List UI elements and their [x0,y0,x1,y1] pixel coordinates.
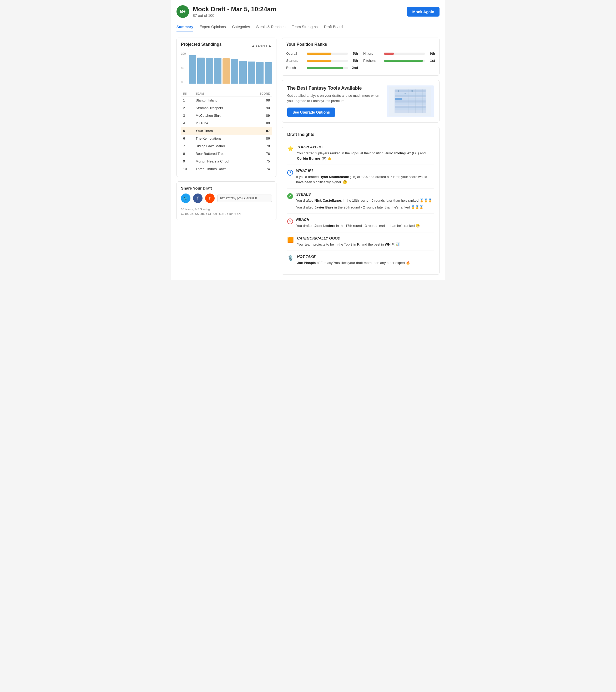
chart-y-labels: 100 50 0 [181,52,186,84]
upgrade-button[interactable]: See Upgrade Options [287,108,335,117]
rank-value: 1st [427,59,435,63]
rank-row-hitters: Hitters 9th [363,50,435,57]
svg-rect-4 [395,95,426,97]
rank-bar [307,67,343,69]
chart-header: Projected Standings ◄ Overall ► [181,42,272,50]
rank-value: 9th [427,51,435,56]
rank-bar-container [307,67,348,69]
insight-icon: 🎙️ [287,255,294,261]
score-cell: 87 [250,127,272,135]
chart-bar-6 [231,59,238,84]
team-name-cell: The Kemptations [194,135,250,142]
svg-point-16 [405,93,406,94]
insight-item-2: ✓ STEALS You drafted Nick Castellanos in… [287,189,434,214]
insight-item-1: ? WHAT IF? If you'd drafted Ryan Mountca… [287,165,434,189]
rank-bar [384,52,394,55]
rank-label: Starters [286,59,304,63]
col-rank: RK [181,91,194,96]
insight-text: Joe Pisapia of FantasyPros likes your dr… [297,260,434,265]
insight-icon-container: ? [287,169,293,185]
score-cell: 86 [250,135,272,142]
ranks-left-col: Overall 5th Starters 5th Bench 2nd [286,50,358,71]
insight-body: WHAT IF? If you'd drafted Ryan Mountcast… [296,169,434,185]
table-row: 6 The Kemptations 86 [181,135,272,142]
insight-icon: ✓ [287,193,293,199]
share-draft-card: Share Your Draft 🐦 f r 10 teams, 5x5 Sco… [176,181,276,220]
page-title: Mock Draft - Mar 5, 10:24am [193,5,276,13]
twitter-share-button[interactable]: 🐦 [181,194,190,203]
rank-cell: 2 [181,104,194,112]
insight-item-5: 🎙️ HOT TAKE Joe Pisapia of FantasyPros l… [287,251,434,269]
facebook-share-button[interactable]: f [193,194,203,203]
table-row: 7 Riding Lawn Mauer 78 [181,142,272,150]
header-left: B+ Mock Draft - Mar 5, 10:24am 87 out of… [176,5,276,18]
col-team: TEAM [194,91,250,96]
chart-bar-2 [197,58,205,84]
team-name-cell: Yu Tube [194,120,250,127]
team-name-cell: Stanton Island [194,96,250,104]
team-name-cell: McCutchen Sink [194,112,250,120]
mock-again-button[interactable]: Mock Again [407,7,440,17]
share-title: Share Your Draft [181,186,272,190]
insight-icon-container: ✕ [287,218,293,229]
score-cell: 74 [250,165,272,173]
table-row: 1 Stanton Island 98 [181,96,272,104]
score-cell: 89 [250,120,272,127]
insight-text: You drafted Jose Leclerc in the 17th rou… [296,223,434,229]
main-nav: Summary Expert Opinions Categories Steal… [176,22,440,33]
nav-item-team-strengths[interactable]: Team Strengths [292,22,317,33]
nav-item-expert-opinions[interactable]: Expert Opinions [200,22,226,33]
rank-value: 5th [350,51,358,56]
svg-rect-2 [395,90,426,92]
chart-area: 100 50 0 [181,52,272,89]
reddit-share-button[interactable]: r [205,194,215,203]
insight-icon-container: ✓ [287,193,293,210]
score-cell: 89 [250,112,272,120]
insights-list: ⭐ TOP PLAYERS You drafted 2 players rank… [287,141,434,269]
svg-rect-9 [395,108,426,110]
chart-nav-label: Overall [256,44,267,48]
rank-row-bench: Bench 2nd [286,64,358,71]
nav-item-draft-board[interactable]: Draft Board [324,22,343,33]
nav-item-summary[interactable]: Summary [176,22,193,33]
svg-rect-14 [395,98,402,100]
position-ranks-title: Your Position Ranks [286,42,435,47]
chart-nav-prev[interactable]: ◄ [251,44,255,48]
scoring-info: 10 teams, 5x5 Scoring C, 1B, 2B, SS, 3B,… [181,207,272,216]
scoring-line2: C, 1B, 2B, SS, 3B, 3 OF, Util, 5 SP, 3 R… [181,212,272,216]
premium-title: The Best Fantasy Tools Available [287,85,382,91]
chart-bar-3 [206,58,213,84]
col-score: SCORE [250,91,272,96]
share-link-input[interactable] [217,195,272,202]
table-row: 5 Your Team 87 [181,127,272,135]
y-label-0: 0 [181,81,186,84]
header-info: Mock Draft - Mar 5, 10:24am 87 out of 10… [193,5,276,18]
chart-nav[interactable]: ◄ Overall ► [251,44,272,48]
svg-rect-7 [395,103,426,105]
draft-insights-card: Draft Insights ⭐ TOP PLAYERS You drafted… [282,127,440,275]
insight-icon: ✕ [287,218,293,224]
premium-description: Get detailed analysis on your drafts and… [287,93,382,103]
team-name-cell: Three Lindors Down [194,165,250,173]
insight-text: You drafted Nick Castellanos in the 18th… [296,198,434,210]
insight-body: TOP PLAYERS You drafted 2 players ranked… [297,145,434,161]
insight-body: CATEGORICALLY GOOD Your team projects to… [297,236,434,247]
insight-body: REACH You drafted Jose Leclerc in the 17… [296,217,434,229]
team-name-cell: Stroman Troopers [194,104,250,112]
rank-cell: 10 [181,165,194,173]
nav-item-steals-reaches[interactable]: Steals & Reaches [256,22,285,33]
premium-card: The Best Fantasy Tools Available Get det… [282,80,440,123]
score-cell: 78 [250,142,272,150]
insight-icon: ⭐ [287,146,294,151]
team-name-cell: Your Team [194,127,250,135]
insight-heading: REACH [296,217,434,222]
rank-cell: 5 [181,127,194,135]
score-cell: 98 [250,96,272,104]
page-header: B+ Mock Draft - Mar 5, 10:24am 87 out of… [176,5,440,18]
table-row: 3 McCutchen Sink 89 [181,112,272,120]
nav-item-categories[interactable]: Categories [232,22,250,33]
chart-nav-next[interactable]: ► [269,44,272,48]
insight-icon: 🟧 [287,237,294,243]
table-row: 2 Stroman Troopers 90 [181,104,272,112]
svg-rect-8 [395,106,426,108]
